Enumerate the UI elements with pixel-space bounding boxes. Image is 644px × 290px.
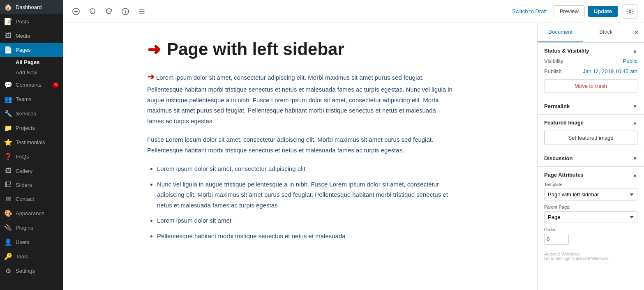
tab-document[interactable]: Document [538,23,583,42]
update-button[interactable]: Update [588,6,618,17]
order-input[interactable] [544,234,569,245]
info-button[interactable] [119,5,132,18]
sidebar-item-label: Comments [16,82,42,88]
add-block-button[interactable] [69,5,83,18]
toolbar: Switch to Draft Preview Update [63,0,644,23]
sidebar-item-label: Media [16,33,30,39]
sidebar-item-gallery[interactable]: 🖼 Gallery [0,164,63,178]
sidebar-item-label: Tools [16,253,28,260]
preview-button[interactable]: Preview [554,5,585,17]
list-item: Pellentesque habitant morbi tristique se… [157,231,453,242]
posts-icon: 📝 [4,18,12,25]
sidebar-sub-all-pages[interactable]: All Pages [0,57,63,67]
title-arrow-icon: ➜ [147,40,161,59]
body-paragraph-1: ➜Lorem ipsum dolor sit amet, consectetur… [147,69,453,126]
parent-page-label: Parent Page: [544,205,637,209]
users-icon: 👤 [4,238,12,246]
template-label: Template: [544,182,637,187]
pages-icon: 📄 [4,46,12,54]
sidebar-item-label: Pages [16,47,31,53]
sidebar-item-plugins[interactable]: 🔌 Plugins [0,221,63,235]
discussion-header[interactable]: Discussion ▼ [544,155,637,161]
status-visibility-header[interactable]: Status & Visibility ▲ [544,48,637,54]
template-select[interactable]: Page with left sidebar Default Template … [544,189,637,200]
panel-tabs: Document Block ✕ [538,23,644,43]
sidebar-item-dashboard[interactable]: 🏠 Dashboard [0,0,63,14]
sidebar-item-pages[interactable]: 📄 Pages [0,43,63,57]
sidebar-item-posts[interactable]: 📝 Posts [0,14,63,29]
page-attributes-header[interactable]: Page Attributes ▲ [544,172,637,178]
publish-row: Publish Jan 12, 2019 10:45 am [544,68,637,74]
sliders-icon: 🎞 [4,181,12,189]
sidebar: 🏠 Dashboard 📝 Posts 🖼 Media 📄 Pages All … [0,0,63,290]
sidebar-item-label: Dashboard [16,4,42,10]
move-to-trash-button[interactable]: Move to trash [544,79,637,93]
permalink-section: Permalink ▼ [538,98,644,115]
permalink-header[interactable]: Permalink ▼ [544,103,637,109]
sidebar-sub-add-new[interactable]: Add New [0,67,63,78]
featured-image-header[interactable]: Featured Image ▲ [544,120,637,126]
page-attributes-section: Page Attributes ▲ Template: Page with le… [538,167,644,266]
sidebar-item-appearance[interactable]: 🎨 Appearance [0,206,63,221]
sidebar-item-contact[interactable]: ✉ Contact [0,192,63,206]
sidebar-item-comments[interactable]: 💬 Comments 3 [0,78,63,92]
close-panel-button[interactable]: ✕ [629,23,644,42]
sidebar-item-testimonials[interactable]: ⭐ Testimonials [0,135,63,150]
sidebar-item-label: Plugins [16,225,33,231]
visibility-value[interactable]: Public [623,58,637,64]
sidebar-item-teams[interactable]: 👥 Teams [0,92,63,106]
order-label: Order [544,227,637,232]
sidebar-item-label: Users [16,239,30,245]
activate-windows-text: Activate Windows [544,251,637,256]
editor-body[interactable]: ➜Lorem ipsum dolor sit amet, consectetur… [147,69,453,241]
teams-icon: 👥 [4,95,12,103]
parent-page-select[interactable]: Page No Parent Home [544,211,637,223]
gallery-icon: 🖼 [4,167,12,175]
redo-button[interactable] [102,5,115,18]
sidebar-item-settings[interactable]: ⚙ Settings [0,264,63,278]
page-title: ➜ Page with left sidebar [147,39,453,59]
sidebar-item-label: Services [16,110,36,117]
visibility-row: Visibility Public [544,58,637,64]
svg-point-5 [125,9,126,10]
testimonials-icon: ⭐ [4,138,12,146]
sidebar-item-tools[interactable]: 🔑 Tools [0,249,63,264]
tab-block[interactable]: Block [583,23,629,42]
chevron-up-icon: ▲ [632,120,637,126]
editor[interactable]: ➜ Page with left sidebar ➜Lorem ipsum do… [63,23,537,290]
plugins-icon: 🔌 [4,224,12,232]
set-featured-image-button[interactable]: Set featured image [544,131,637,145]
chevron-up-icon: ▲ [632,48,637,54]
sidebar-item-faqs[interactable]: ❓ FAQs [0,150,63,164]
dashboard-icon: 🏠 [4,3,12,11]
sidebar-item-label: Testimonials [16,139,45,145]
services-icon: 🔧 [4,110,12,117]
sidebar-item-label: Settings [16,268,35,274]
list-item: Lorem ipsum dolor sit amet, consectetur … [157,163,453,174]
status-visibility-section: Status & Visibility ▲ Visibility Public … [538,43,644,98]
appearance-icon: 🎨 [4,209,12,217]
chevron-down-icon: ▼ [632,104,637,109]
visibility-label: Visibility [544,58,563,64]
sidebar-item-services[interactable]: 🔧 Services [0,106,63,121]
projects-icon: 📁 [4,124,12,132]
body-arrow-icon: ➜ [147,71,155,82]
sidebar-item-label: Appearance [16,210,44,216]
sidebar-item-projects[interactable]: 📁 Projects [0,121,63,135]
comments-icon: 💬 [4,81,12,89]
publish-value[interactable]: Jan 12, 2019 10:45 am [583,68,637,74]
undo-button[interactable] [86,5,99,18]
content-area: ➜ Page with left sidebar ➜Lorem ipsum do… [63,23,644,290]
settings-panel-button[interactable] [623,4,637,19]
sidebar-item-label: Teams [16,96,31,102]
sidebar-item-users[interactable]: 👤 Users [0,235,63,249]
sidebar-item-sliders[interactable]: 🎞 Sliders [0,178,63,192]
sidebar-item-label: Projects [16,125,35,131]
publish-label: Publish [544,68,562,74]
menu-button[interactable] [135,5,148,18]
sidebar-item-media[interactable]: 🖼 Media [0,29,63,43]
comments-badge: 3 [52,82,59,87]
sidebar-item-label: Posts [16,18,29,25]
switch-to-draft-button[interactable]: Switch to Draft [512,8,547,14]
tools-icon: 🔑 [4,253,12,260]
